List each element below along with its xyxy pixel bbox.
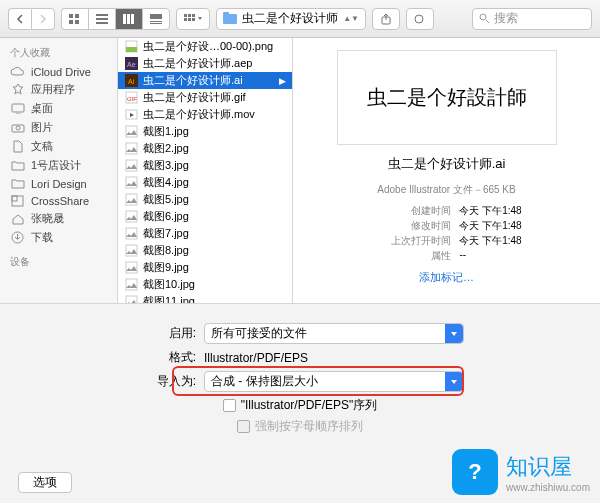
sidebar-item-7[interactable]: CrossShare bbox=[0, 192, 117, 209]
download-icon bbox=[10, 231, 25, 244]
format-value: Illustrator/PDF/EPS bbox=[204, 351, 464, 365]
file-row[interactable]: 截图2.jpg bbox=[118, 140, 292, 157]
sidebar-item-3[interactable]: 图片 bbox=[0, 118, 117, 137]
sidebar-item-6[interactable]: Lori Design bbox=[0, 175, 117, 192]
preview-kv: 修改时间今天 下午1:48 bbox=[371, 219, 521, 233]
watermark: ? 知识屋 www.zhishiwu.com bbox=[452, 449, 590, 495]
sidebar-item-2[interactable]: 桌面 bbox=[0, 99, 117, 118]
svg-rect-17 bbox=[188, 18, 191, 21]
sequence-checkbox[interactable] bbox=[223, 399, 236, 412]
search-input[interactable]: 搜索 bbox=[472, 8, 592, 30]
file-row[interactable]: Ai虫二是个好设计师.ai▶ bbox=[118, 72, 292, 89]
svg-rect-29 bbox=[126, 47, 137, 52]
back-button[interactable] bbox=[8, 8, 31, 30]
options-button[interactable]: 选项 bbox=[18, 472, 72, 493]
svg-rect-26 bbox=[12, 196, 17, 201]
import-label: 导入为: bbox=[136, 373, 196, 390]
file-row[interactable]: 截图3.jpg bbox=[118, 157, 292, 174]
svg-rect-5 bbox=[96, 18, 108, 20]
coverflow-view-button[interactable] bbox=[142, 8, 170, 30]
svg-rect-13 bbox=[184, 14, 187, 17]
svg-rect-45 bbox=[126, 262, 137, 273]
watermark-text: 知识屋 bbox=[506, 452, 590, 482]
file-row[interactable]: 截图9.jpg bbox=[118, 259, 292, 276]
import-select[interactable]: 合成 - 保持图层大小 bbox=[204, 371, 464, 392]
app-icon bbox=[10, 83, 25, 96]
sidebar-item-4[interactable]: 文稿 bbox=[0, 137, 117, 156]
svg-rect-8 bbox=[127, 14, 130, 24]
camera-icon bbox=[10, 121, 25, 134]
file-row[interactable]: 截图10.jpg bbox=[118, 276, 292, 293]
preview-meta: Adobe Illustrator 文件－665 KB bbox=[377, 183, 515, 197]
svg-rect-6 bbox=[96, 22, 108, 24]
chevron-right-icon: ▶ bbox=[279, 76, 286, 86]
file-name: 截图3.jpg bbox=[143, 158, 189, 173]
folder-icon bbox=[10, 177, 25, 190]
share-button[interactable] bbox=[372, 8, 400, 30]
sidebar-item-0[interactable]: iCloud Drive bbox=[0, 63, 117, 80]
sidebar-item-9[interactable]: 下载 bbox=[0, 228, 117, 247]
file-row[interactable]: Ae虫二是个好设计师.aep bbox=[118, 55, 292, 72]
file-icon bbox=[124, 244, 138, 258]
list-view-button[interactable] bbox=[88, 8, 115, 30]
file-row[interactable]: 截图4.jpg bbox=[118, 174, 292, 191]
sidebar-item-label: Lori Design bbox=[31, 178, 87, 190]
toolbar: 虫二是个好设计师 ▲▼ 搜索 bbox=[0, 0, 600, 38]
svg-rect-41 bbox=[126, 194, 137, 205]
view-segment bbox=[61, 8, 170, 30]
file-icon bbox=[124, 193, 138, 207]
file-row[interactable]: 虫二是个好设计师.mov bbox=[118, 106, 292, 123]
path-label: 虫二是个好设计师 bbox=[242, 10, 338, 27]
file-row[interactable]: 截图6.jpg bbox=[118, 208, 292, 225]
forward-button[interactable] bbox=[31, 8, 55, 30]
path-dropdown[interactable]: 虫二是个好设计师 ▲▼ bbox=[216, 8, 366, 30]
file-row[interactable]: 虫二是个好设…00-00).png bbox=[118, 38, 292, 55]
file-icon bbox=[124, 125, 138, 139]
file-name: 截图2.jpg bbox=[143, 141, 189, 156]
file-icon bbox=[124, 159, 138, 173]
file-row[interactable]: GIF虫二是个好设计师.gif bbox=[118, 89, 292, 106]
tags-button[interactable] bbox=[406, 8, 434, 30]
desktop-icon bbox=[10, 102, 25, 115]
file-icon bbox=[124, 278, 138, 292]
folder-icon bbox=[223, 14, 237, 24]
svg-rect-4 bbox=[96, 14, 108, 16]
folder-icon bbox=[10, 159, 25, 172]
svg-rect-10 bbox=[150, 14, 162, 19]
file-list[interactable]: 虫二是个好设…00-00).pngAe虫二是个好设计师.aepAi虫二是个好设计… bbox=[118, 38, 293, 303]
file-row[interactable]: 截图1.jpg bbox=[118, 123, 292, 140]
file-name: 截图8.jpg bbox=[143, 243, 189, 258]
file-row[interactable]: 截图5.jpg bbox=[118, 191, 292, 208]
main-area: 个人收藏 iCloud Drive应用程序桌面图片文稿1号店设计Lori Des… bbox=[0, 38, 600, 303]
sidebar-item-label: 张晓晟 bbox=[31, 211, 64, 226]
sidebar-item-label: 桌面 bbox=[31, 101, 53, 116]
svg-rect-15 bbox=[192, 14, 195, 17]
svg-point-24 bbox=[16, 126, 20, 130]
svg-rect-40 bbox=[126, 177, 137, 188]
svg-rect-42 bbox=[126, 211, 137, 222]
group-button[interactable] bbox=[176, 8, 210, 30]
svg-text:Ai: Ai bbox=[128, 78, 135, 85]
file-row[interactable]: 截图8.jpg bbox=[118, 242, 292, 259]
sidebar-item-1[interactable]: 应用程序 bbox=[0, 80, 117, 99]
add-tag-link[interactable]: 添加标记… bbox=[419, 270, 474, 285]
enable-select[interactable]: 所有可接受的文件 bbox=[204, 323, 464, 344]
search-placeholder: 搜索 bbox=[494, 10, 518, 27]
file-name: 截图5.jpg bbox=[143, 192, 189, 207]
file-name: 截图7.jpg bbox=[143, 226, 189, 241]
file-row[interactable]: 截图7.jpg bbox=[118, 225, 292, 242]
svg-rect-38 bbox=[126, 143, 137, 154]
sidebar-item-8[interactable]: 张晓晟 bbox=[0, 209, 117, 228]
icon-view-button[interactable] bbox=[61, 8, 88, 30]
svg-rect-44 bbox=[126, 245, 137, 256]
sidebar-item-5[interactable]: 1号店设计 bbox=[0, 156, 117, 175]
share-icon bbox=[10, 194, 25, 207]
file-row[interactable]: 截图11.jpg bbox=[118, 293, 292, 303]
preview-kv: 创建时间今天 下午1:48 bbox=[371, 204, 521, 218]
file-icon bbox=[124, 210, 138, 224]
column-view-button[interactable] bbox=[115, 8, 142, 30]
file-icon bbox=[124, 227, 138, 241]
svg-text:GIF: GIF bbox=[127, 96, 137, 102]
sidebar-item-label: 下载 bbox=[31, 230, 53, 245]
svg-rect-9 bbox=[131, 14, 134, 24]
